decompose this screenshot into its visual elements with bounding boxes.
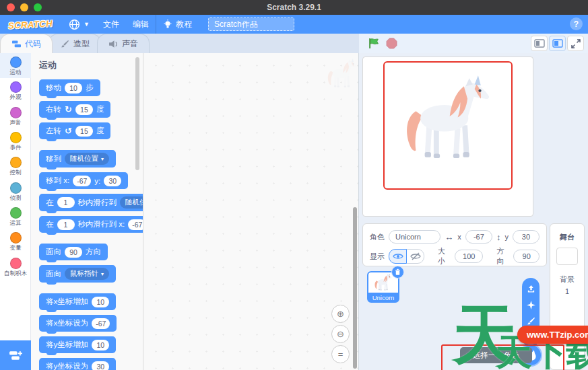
project-name-input[interactable] xyxy=(208,17,294,31)
category-item[interactable]: 运动 xyxy=(0,53,31,78)
tutorials-label: 教程 xyxy=(176,19,192,30)
category-item[interactable]: 事件 xyxy=(0,128,31,153)
x-axis-icon: ↔ xyxy=(445,232,453,242)
palette-block[interactable]: 移到随机位置▾ xyxy=(39,150,116,168)
block-text: 在 xyxy=(46,198,54,208)
zoom-window-button[interactable] xyxy=(34,3,42,11)
category-color-dot xyxy=(10,81,22,93)
block-number-input[interactable]: 15 xyxy=(75,126,93,137)
palette-block[interactable]: 右转↻15度 xyxy=(39,101,110,118)
block-number-input[interactable]: 1 xyxy=(57,197,75,208)
category-item[interactable]: 变量 xyxy=(0,229,31,254)
chevron-down-icon: ▾ xyxy=(101,271,104,277)
tab-costumes[interactable]: 造型 xyxy=(48,34,101,53)
close-window-button[interactable] xyxy=(7,3,15,11)
unicorn-sprite[interactable] xyxy=(403,75,492,169)
block-number-input[interactable]: 30 xyxy=(92,361,109,370)
palette-block[interactable]: 左转↺15度 xyxy=(39,122,110,139)
green-flag-button[interactable] xyxy=(368,38,380,49)
delete-sprite-button[interactable] xyxy=(391,266,404,279)
zoom-reset-button[interactable]: = xyxy=(331,345,350,363)
palette-block[interactable]: 将y坐标增加10 xyxy=(39,336,116,353)
large-stage-button[interactable] xyxy=(549,36,566,51)
menu-tutorials[interactable]: 教程 xyxy=(156,15,199,34)
category-item[interactable]: 声音 xyxy=(0,104,31,128)
sprite-name-input[interactable]: Unicorn xyxy=(389,230,440,244)
upload-sprite-button[interactable] xyxy=(527,285,535,293)
palette-block[interactable]: 在1秒内滑行到 x:-67y:30 xyxy=(39,216,143,233)
block-text: 将y坐标增加 xyxy=(46,340,88,350)
sprite-item-name: Unicorn xyxy=(368,294,398,301)
tab-sounds[interactable]: 声音 xyxy=(97,34,150,53)
zoom-in-button[interactable]: ⊕ xyxy=(331,305,350,323)
block-number-input[interactable]: 90 xyxy=(65,247,82,258)
extension-blocks-icon xyxy=(9,349,23,362)
block-text: 移到 xyxy=(46,154,61,164)
block-number-input[interactable]: -67 xyxy=(73,176,91,186)
workspace-scrollbar[interactable] xyxy=(353,207,357,369)
block-number-input[interactable]: 10 xyxy=(92,297,109,307)
paint-sprite-button[interactable] xyxy=(527,317,535,326)
y-position-input[interactable]: 30 xyxy=(513,230,540,244)
block-number-input[interactable]: 10 xyxy=(65,83,82,94)
x-label: x xyxy=(457,233,461,241)
backdrop-count: 1 xyxy=(550,287,584,295)
code-workspace[interactable]: ⊕ ⊖ = xyxy=(143,53,359,370)
zoom-out-button[interactable]: ⊖ xyxy=(331,325,350,343)
fullscreen-button[interactable] xyxy=(567,36,584,51)
category-label: 变量 xyxy=(10,245,22,251)
menu-edit[interactable]: 编辑 xyxy=(126,15,156,34)
block-text: 方向 xyxy=(86,247,101,257)
category-color-dot xyxy=(10,232,22,244)
block-dropdown[interactable]: 鼠标指针▾ xyxy=(65,268,109,280)
language-selector[interactable]: ▼ xyxy=(62,15,96,34)
tab-code[interactable]: 代码 xyxy=(0,34,53,53)
block-number-input[interactable]: 1 xyxy=(57,219,75,230)
sprite-info-panel: 角色 Unicorn ↔ x -67 ↕ y 30 显示 xyxy=(362,223,547,266)
block-number-input[interactable]: -67 xyxy=(92,318,110,329)
category-color-dot xyxy=(10,107,22,118)
category-item[interactable]: 侦测 xyxy=(0,179,31,204)
code-blocks-icon xyxy=(11,40,22,48)
minimize-window-button[interactable] xyxy=(20,3,28,11)
size-input[interactable]: 100 xyxy=(455,250,483,263)
palette-block[interactable]: 移动10步 xyxy=(39,79,100,96)
palette-block[interactable]: 移到 x:-67y:30 xyxy=(39,172,128,189)
category-item[interactable]: 外观 xyxy=(0,78,31,103)
stop-button[interactable] xyxy=(386,38,397,49)
block-dropdown[interactable]: 随机位置▾ xyxy=(65,153,109,165)
palette-block[interactable]: 在1秒内滑行到随机位置▾ xyxy=(39,194,143,211)
stage-header xyxy=(359,34,588,53)
hide-sprite-button[interactable] xyxy=(406,249,424,264)
show-label: 显示 xyxy=(370,252,385,262)
palette-block[interactable]: 面向90方向 xyxy=(39,244,108,260)
scratch-logo[interactable]: SCRATCH xyxy=(8,18,53,30)
category-item[interactable]: 运算 xyxy=(0,204,31,229)
block-text: 面向 xyxy=(46,247,61,257)
menu-file[interactable]: 文件 xyxy=(96,15,126,34)
x-position-input[interactable]: -67 xyxy=(465,230,492,244)
direction-input[interactable]: 90 xyxy=(513,250,540,263)
palette-block[interactable]: 将x坐标设为-67 xyxy=(39,315,117,332)
show-sprite-button[interactable] xyxy=(389,249,407,264)
palette-scrollbar[interactable] xyxy=(135,57,139,170)
small-stage-button[interactable] xyxy=(531,36,548,51)
block-number-input[interactable]: 30 xyxy=(104,176,121,186)
category-item[interactable]: 自制积木 xyxy=(0,254,31,279)
palette-block[interactable]: 面向鼠标指针▾ xyxy=(39,265,116,283)
block-dropdown[interactable]: 随机位置▾ xyxy=(120,196,143,209)
lightbulb-icon xyxy=(163,20,172,29)
palette-block[interactable]: 将x坐标增加10 xyxy=(39,293,116,310)
sprite-list-item-unicorn[interactable]: Unicorn xyxy=(367,271,399,303)
category-item[interactable]: 控制 xyxy=(0,153,31,178)
y-axis-icon: ↕ xyxy=(496,232,501,242)
stage-selector-panel[interactable]: 舞台 背景 1 xyxy=(550,223,585,370)
block-number-input[interactable]: 10 xyxy=(92,340,109,350)
palette-block[interactable]: 将y坐标设为30 xyxy=(39,358,116,370)
block-number-input[interactable]: 15 xyxy=(75,104,93,115)
help-button[interactable]: ? xyxy=(570,17,583,30)
block-number-input[interactable]: -67 xyxy=(128,219,143,230)
add-extension-button[interactable] xyxy=(0,340,31,370)
stage[interactable] xyxy=(362,57,533,217)
surprise-sprite-button[interactable] xyxy=(527,301,535,309)
